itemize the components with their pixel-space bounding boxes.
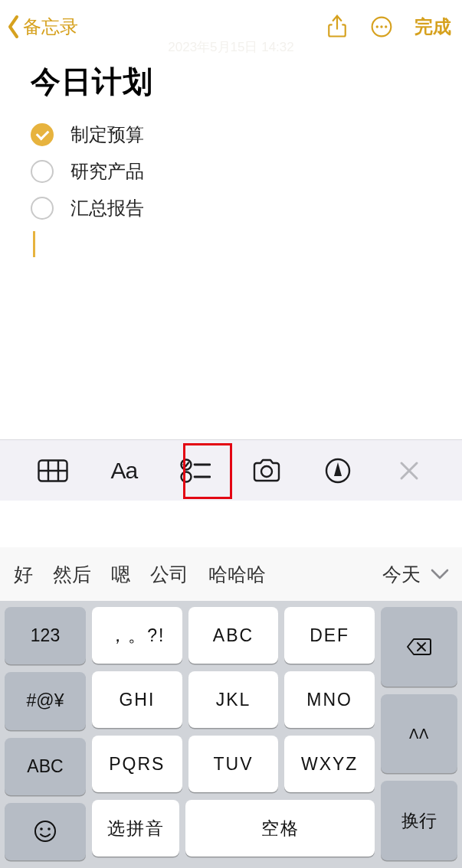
format-toolbar: Aa <box>0 439 462 501</box>
markup-button[interactable] <box>315 448 361 494</box>
candidate-bar: 好 然后 嗯 公司 哈哈哈 今天 <box>0 547 462 601</box>
key-mno[interactable]: MNO <box>284 671 375 728</box>
checkbox-empty-icon[interactable] <box>31 197 54 220</box>
candidate-word[interactable]: 然后 <box>53 562 91 587</box>
key-return[interactable]: 换行 <box>381 781 457 860</box>
key-abc2[interactable]: ABC <box>188 607 279 664</box>
key-jkl[interactable]: JKL <box>188 671 279 728</box>
chevron-left-icon <box>6 14 21 40</box>
emoji-icon <box>34 820 57 843</box>
svg-point-4 <box>385 25 387 28</box>
candidate-word[interactable]: 嗯 <box>111 562 130 587</box>
svg-point-19 <box>48 828 51 831</box>
key-tuv[interactable]: TUV <box>188 736 279 792</box>
todo-item[interactable]: 汇总报告 <box>31 190 441 227</box>
text-format-button[interactable]: Aa <box>101 448 147 494</box>
key-space[interactable]: 空格 <box>185 800 375 857</box>
backspace-icon <box>406 638 432 656</box>
svg-point-17 <box>35 821 55 841</box>
svg-point-2 <box>376 25 378 28</box>
todo-text[interactable]: 研究产品 <box>70 159 144 184</box>
note-title[interactable]: 今日计划 <box>31 61 441 103</box>
aa-label: Aa <box>110 458 137 484</box>
key-emoji[interactable] <box>5 803 86 860</box>
svg-point-11 <box>181 472 191 481</box>
note-body[interactable]: 今日计划 制定预算 研究产品 汇总报告 <box>0 54 462 257</box>
back-button[interactable]: 备忘录 <box>6 14 78 40</box>
candidate-word[interactable]: 好 <box>14 562 33 587</box>
back-label: 备忘录 <box>23 15 78 39</box>
table-button[interactable] <box>30 448 76 494</box>
svg-point-3 <box>380 25 382 28</box>
checkbox-empty-icon[interactable] <box>31 160 54 183</box>
candidate-word[interactable]: 今天 <box>359 562 421 587</box>
key-symbols[interactable]: #@¥ <box>5 672 86 729</box>
todo-text[interactable]: 汇总报告 <box>70 196 144 220</box>
todo-item[interactable]: 制定预算 <box>31 116 441 153</box>
chevron-down-icon[interactable] <box>430 568 450 580</box>
camera-icon <box>251 458 282 483</box>
key-pqrs[interactable]: PQRS <box>92 736 182 792</box>
todo-text[interactable]: 制定预算 <box>70 122 144 147</box>
candidate-word[interactable]: 公司 <box>150 562 188 587</box>
text-cursor <box>33 231 35 257</box>
candidate-word[interactable]: 哈哈哈 <box>208 562 266 587</box>
keyboard: 123 #@¥ ABC ，。?! ABC DEF GHI JKL MNO PQR… <box>0 601 462 868</box>
key-backspace[interactable] <box>381 607 457 687</box>
close-toolbar-button[interactable] <box>386 448 432 494</box>
todo-item[interactable]: 研究产品 <box>31 153 441 190</box>
key-def[interactable]: DEF <box>284 607 375 664</box>
more-icon[interactable] <box>370 14 393 40</box>
key-caret[interactable]: ᐱᐱ <box>381 694 457 774</box>
done-button[interactable]: 完成 <box>414 15 451 39</box>
share-icon[interactable] <box>326 14 349 40</box>
key-wxyz[interactable]: WXYZ <box>284 736 375 792</box>
key-punct[interactable]: ，。?! <box>92 607 182 664</box>
camera-button[interactable] <box>244 448 290 494</box>
svg-point-18 <box>40 828 43 831</box>
close-icon <box>399 461 419 481</box>
checklist-button[interactable] <box>172 448 218 494</box>
table-icon <box>38 459 68 482</box>
key-ghi[interactable]: GHI <box>92 671 182 728</box>
key-123[interactable]: 123 <box>5 607 86 664</box>
svg-point-13 <box>261 466 272 477</box>
nav-bar: 备忘录 完成 <box>0 0 462 54</box>
checklist-icon <box>180 458 211 484</box>
checkbox-checked-icon[interactable] <box>31 123 54 146</box>
markup-icon <box>325 458 351 484</box>
key-abc[interactable]: ABC <box>5 738 86 795</box>
key-select-pinyin[interactable]: 选拼音 <box>92 800 179 857</box>
